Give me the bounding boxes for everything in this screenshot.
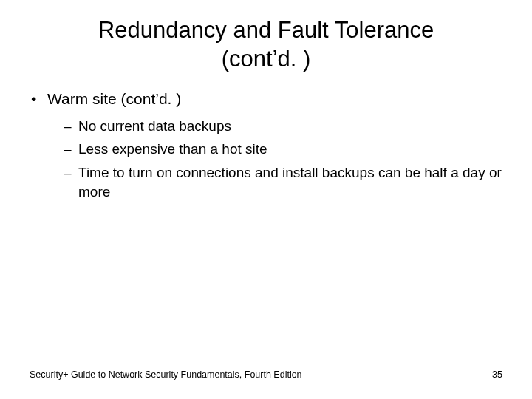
list-item: Time to turn on connections and install … <box>64 163 502 201</box>
list-item: Less expensive than a hot site <box>64 140 502 159</box>
footer-text: Security+ Guide to Network Security Fund… <box>30 369 302 380</box>
list-item: No current data backups <box>64 117 502 136</box>
slide: Redundancy and Fault Tolerance (cont’d. … <box>0 0 532 399</box>
page-number: 35 <box>492 369 502 380</box>
sub-bullet-list: No current data backups Less expensive t… <box>47 117 502 202</box>
list-item: Warm site (cont’d. ) No current data bac… <box>30 89 502 202</box>
title-line-1: Redundancy and Fault Tolerance <box>98 17 434 43</box>
bullet-text: Warm site (cont’d. ) <box>47 90 181 107</box>
sub-bullet-text: Less expensive than a hot site <box>78 141 267 157</box>
slide-body: Warm site (cont’d. ) No current data bac… <box>0 74 532 202</box>
title-line-2: (cont’d. ) <box>222 46 311 72</box>
bullet-list: Warm site (cont’d. ) No current data bac… <box>30 89 502 202</box>
slide-title: Redundancy and Fault Tolerance (cont’d. … <box>0 0 532 74</box>
sub-bullet-text: Time to turn on connections and install … <box>78 165 502 200</box>
sub-bullet-text: No current data backups <box>78 118 231 134</box>
